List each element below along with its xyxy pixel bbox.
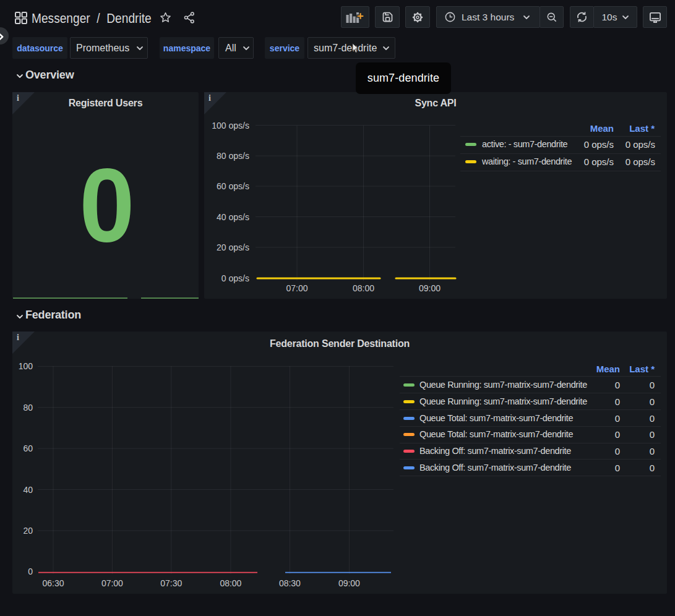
svg-text:100: 100 [19, 361, 33, 371]
svg-text:0: 0 [28, 567, 33, 576]
svg-text:09:00: 09:00 [338, 578, 360, 588]
svg-text:80: 80 [23, 403, 33, 413]
svg-text:09:00: 09:00 [419, 283, 441, 293]
svg-text:20: 20 [23, 526, 33, 536]
svg-text:08:00: 08:00 [353, 283, 374, 293]
svg-text:0 ops/s: 0 ops/s [221, 273, 249, 283]
svg-text:40: 40 [23, 485, 33, 495]
svg-text:20 ops/s: 20 ops/s [217, 242, 249, 252]
svg-text:100 ops/s: 100 ops/s [212, 121, 249, 130]
svg-text:08:00: 08:00 [220, 578, 241, 588]
svg-text:07:00: 07:00 [101, 578, 123, 588]
svg-text:60: 60 [23, 443, 33, 453]
svg-text:40 ops/s: 40 ops/s [217, 212, 249, 222]
svg-text:06:30: 06:30 [42, 578, 64, 588]
svg-text:08:30: 08:30 [279, 578, 301, 588]
svg-text:07:30: 07:30 [160, 578, 182, 588]
svg-text:80 ops/s: 80 ops/s [217, 151, 249, 161]
svg-text:60 ops/s: 60 ops/s [217, 181, 249, 191]
svg-text:07:00: 07:00 [286, 283, 307, 293]
